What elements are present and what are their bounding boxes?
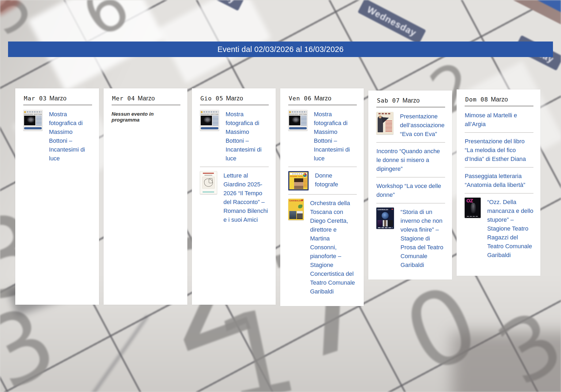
- day-date-label: Mar 03: [24, 95, 47, 102]
- day-date-label: Dom 08: [465, 96, 488, 103]
- event-link[interactable]: Workshop “La voce delle donne”: [376, 182, 445, 199]
- event-row: Letture al Giardino 2025-2026 “Il Tempo …: [200, 167, 269, 228]
- event-row: Passeggiata letteraria “Anatomia della l…: [465, 168, 533, 193]
- event-link[interactable]: “Storia di un inverno che non voleva fin…: [400, 208, 445, 269]
- day-month-label: Marzo: [491, 96, 508, 103]
- day-column: Gio 05 Marzo MASSIMO BOTTONI Mostra foto…: [192, 88, 276, 305]
- event-link[interactable]: Letture al Giardino 2025-2026 “Il Tempo …: [223, 171, 269, 224]
- event-link[interactable]: Mimose al Martelli e all’Argia: [465, 111, 533, 129]
- event-list: MASSIMO BOTTONI Mostra fotografica di Ma…: [23, 106, 92, 167]
- event-thumbnail-art: MASSIMO BOTTONI: [23, 110, 43, 131]
- events-grid: Mar 03 Marzo MASSIMO BOTTONI Mostra foto…: [15, 88, 540, 306]
- event-link[interactable]: Incontro “Quando anche le donne si miser…: [376, 147, 445, 173]
- no-events-text: Nessun evento in programma: [112, 111, 180, 123]
- event-list: MASSIMO BOTTONI Mostra fotografica di Ma…: [288, 106, 357, 300]
- event-row: Workshop “La voce delle donne”: [376, 178, 445, 203]
- event-row: MASSIMO BOTTONI Mostra fotografica di Ma…: [23, 106, 92, 167]
- day-date-label: Sab 07: [377, 97, 400, 104]
- event-thumbnail-art: MASSIMO BOTTONI: [200, 110, 219, 131]
- day-header: Dom 08 Marzo: [465, 95, 533, 106]
- event-row: OZ “Ozz. Della mancanza e dello stupore”…: [465, 194, 533, 263]
- day-header: Gio 05 Marzo: [200, 94, 269, 105]
- day-column: Mar 03 Marzo MASSIMO BOTTONI Mostra foto…: [15, 88, 99, 305]
- event-link[interactable]: Mostra fotografica di Massimo Bottoni – …: [226, 110, 269, 163]
- day-month-label: Marzo: [403, 97, 420, 104]
- day-column: Mer 04 Marzo Nessun evento in programma: [104, 88, 187, 305]
- event-thumbnail[interactable]: DONNE fotografe: [288, 171, 309, 190]
- event-list: Nessun evento in programma: [112, 111, 180, 123]
- event-thumbnail-art: GARIBALDI: [376, 208, 394, 229]
- day-month-label: Marzo: [226, 95, 243, 102]
- day-date-label: Gio 05: [200, 95, 223, 102]
- event-link[interactable]: Presentazione dell’associazione “Eva con…: [400, 112, 445, 138]
- event-row: Presentazione dell’associazione “Eva con…: [376, 108, 445, 142]
- event-thumbnail-art: GARIBALDI: [288, 199, 304, 220]
- day-header: Mer 04 Marzo: [112, 94, 180, 105]
- event-thumbnail[interactable]: [200, 171, 217, 194]
- event-thumbnail-art: DONNE fotografe: [288, 171, 309, 190]
- event-row: GARIBALDI Orchestra della Toscana con Di…: [288, 195, 357, 300]
- event-thumbnail[interactable]: MASSIMO BOTTONI: [23, 110, 43, 131]
- event-row: Mimose al Martelli e all’Argia: [465, 107, 533, 132]
- event-link[interactable]: Presentazione del libro “La melodia del …: [465, 137, 533, 163]
- event-link[interactable]: Donne fotografe: [315, 171, 357, 189]
- event-row: Incontro “Quando anche le donne si miser…: [376, 143, 445, 177]
- event-thumbnail-art: [376, 112, 393, 134]
- page-title-banner: Eventi dal 02/03/2026 al 16/03/2026: [8, 42, 553, 57]
- day-date-label: Ven 06: [289, 95, 312, 102]
- event-link[interactable]: “Ozz. Della mancanza e dello stupore” – …: [487, 198, 533, 259]
- event-list: Presentazione dell’associazione “Eva con…: [376, 108, 445, 273]
- event-link[interactable]: Mostra fotografica di Massimo Bottoni – …: [314, 110, 357, 163]
- day-column: Dom 08 Marzo Mimose al Martelli e all’Ar…: [457, 89, 540, 276]
- day-header: Sab 07 Marzo: [376, 96, 445, 107]
- day-date-label: Mer 04: [112, 95, 135, 102]
- event-thumbnail[interactable]: MASSIMO BOTTONI: [288, 110, 308, 131]
- event-row: MASSIMO BOTTONI Mostra fotografica di Ma…: [288, 106, 357, 167]
- event-thumbnail-art: MASSIMO BOTTONI: [288, 110, 308, 131]
- event-thumbnail-art: OZ: [465, 198, 481, 218]
- event-link[interactable]: Orchestra della Toscana con Diego Cerett…: [310, 199, 357, 296]
- event-row: DONNE fotografe Donne fotografe: [288, 167, 357, 194]
- event-row: GARIBALDI “Storia di un inverno che non …: [376, 203, 445, 273]
- event-thumbnail[interactable]: OZ: [465, 198, 481, 218]
- event-row: Presentazione del libro “La melodia del …: [465, 133, 533, 167]
- event-row: MASSIMO BOTTONI Mostra fotografica di Ma…: [200, 106, 269, 167]
- event-list: Mimose al Martelli e all’Argia Presentaz…: [465, 107, 533, 263]
- event-thumbnail[interactable]: MASSIMO BOTTONI: [200, 110, 219, 131]
- day-column: Ven 06 Marzo MASSIMO BOTTONI Mostra foto…: [280, 88, 364, 306]
- day-column: Sab 07 Marzo Presentazione dell’associaz…: [368, 91, 452, 280]
- shadow-streak: [452, 332, 561, 392]
- page-title: Eventi dal 02/03/2026 al 16/03/2026: [217, 45, 343, 54]
- day-month-label: Marzo: [138, 95, 155, 102]
- day-month-label: Marzo: [314, 95, 331, 102]
- day-header: Mar 03 Marzo: [23, 94, 92, 105]
- event-thumbnail[interactable]: [376, 112, 393, 134]
- event-list: MASSIMO BOTTONI Mostra fotografica di Ma…: [200, 106, 269, 228]
- day-month-label: Marzo: [49, 95, 66, 102]
- event-thumbnail-art: [200, 171, 217, 194]
- event-thumbnail[interactable]: GARIBALDI: [288, 199, 304, 220]
- event-thumbnail[interactable]: GARIBALDI: [376, 208, 394, 229]
- day-header: Ven 06 Marzo: [288, 94, 357, 105]
- event-link[interactable]: Passeggiata letteraria “Anatomia della l…: [465, 172, 533, 189]
- event-link[interactable]: Mostra fotografica di Massimo Bottoni – …: [49, 110, 92, 163]
